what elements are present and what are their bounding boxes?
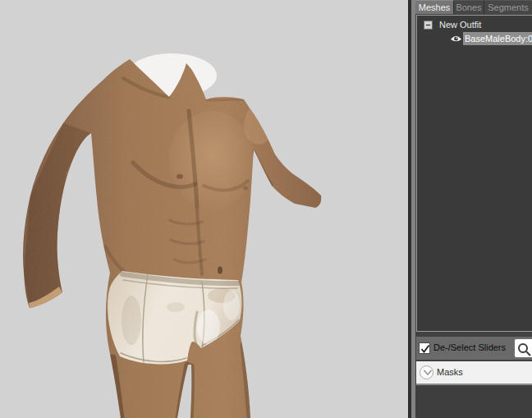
deselect-sliders-checkbox[interactable] (419, 342, 430, 354)
tab-bones[interactable]: Bones (454, 0, 484, 14)
3d-viewport[interactable] (0, 0, 408, 418)
collapse-expander-icon[interactable] (424, 21, 433, 30)
slider-select-bar: De-/Select Sliders (416, 337, 532, 360)
chevron-down-circle-icon[interactable] (420, 365, 433, 379)
magnifier-icon (517, 342, 532, 356)
panel-footer (415, 387, 532, 418)
tab-segments[interactable]: Segments (484, 0, 532, 14)
tree-row-shape[interactable]: BaseMaleBody:0 (417, 32, 532, 45)
deselect-sliders-label: De-/Select Sliders (433, 342, 506, 352)
eye-icon[interactable] (450, 34, 462, 44)
panel-tab-bar: Meshes Bones Segments (415, 0, 532, 14)
character-model (0, 0, 408, 418)
masks-section-label: Masks (437, 367, 463, 377)
mesh-tree: New Outfit BaseMaleBody:0 (416, 15, 532, 332)
slider-search-box[interactable] (514, 338, 532, 358)
outfit-editor-window: Meshes Bones Segments New Outfit BaseMal… (0, 0, 532, 418)
tree-row-outfit[interactable]: New Outfit (417, 19, 532, 32)
outfit-name-label: New Outfit (439, 20, 481, 30)
masks-section-header[interactable]: Masks (416, 361, 532, 385)
tab-meshes[interactable]: Meshes (415, 0, 454, 14)
mesh-panel: Meshes Bones Segments New Outfit BaseMal… (415, 0, 532, 418)
shape-name-label[interactable]: BaseMaleBody:0 (463, 32, 532, 45)
